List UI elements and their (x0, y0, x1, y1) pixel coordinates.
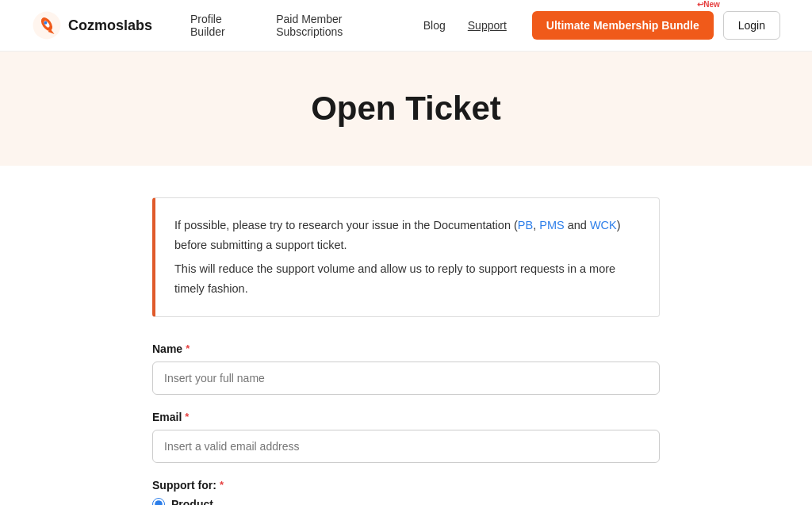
ultimate-membership-bundle-button[interactable]: Ultimate Membership Bundle ↩New (532, 11, 714, 40)
name-label: Name * (152, 342, 660, 355)
nav-support[interactable]: Support (468, 19, 507, 32)
hero-section: Open Ticket (0, 52, 812, 166)
name-input[interactable] (152, 362, 660, 395)
email-required: * (185, 411, 189, 423)
nav-profile-builder[interactable]: Profile Builder (190, 13, 254, 38)
notice-text-2: This will reduce the support volume and … (174, 259, 640, 298)
product-radio-group: Product (152, 498, 660, 505)
name-field-group: Name * (152, 342, 660, 395)
logo[interactable]: Cozmoslabs (32, 10, 152, 40)
notice-text-1: If possible, please try to research your… (174, 216, 640, 254)
wck-link[interactable]: WCK (590, 219, 617, 231)
nav-paid-member-subscriptions[interactable]: Paid Member Subscriptions (276, 13, 401, 38)
email-label: Email * (152, 411, 660, 423)
email-field-group: Email * (152, 411, 660, 463)
header-right: Ultimate Membership Bundle ↩New Login (532, 11, 780, 40)
support-for-label: Support for: * (152, 479, 660, 492)
site-header: Cozmoslabs Profile Builder Paid Member S… (0, 0, 812, 52)
logo-text: Cozmoslabs (68, 17, 152, 34)
support-for-required: * (220, 479, 224, 491)
email-input[interactable] (152, 430, 660, 463)
main-nav: Profile Builder Paid Member Subscription… (190, 13, 507, 38)
svg-point-4 (44, 21, 47, 25)
pms-link[interactable]: PMS (539, 219, 564, 231)
login-button[interactable]: Login (723, 11, 780, 40)
page-title: Open Ticket (16, 90, 796, 128)
product-radio[interactable] (152, 498, 165, 505)
rocket-icon (32, 10, 62, 40)
support-for-group: Support for: * Product (152, 479, 660, 505)
main-content: If possible, please try to research your… (136, 197, 676, 505)
name-required: * (186, 342, 190, 354)
nav-blog[interactable]: Blog (423, 19, 446, 32)
notice-box: If possible, please try to research your… (152, 197, 660, 317)
new-badge: ↩New (697, 0, 720, 9)
pb-link[interactable]: PB (518, 219, 533, 231)
product-radio-label: Product (171, 498, 213, 505)
